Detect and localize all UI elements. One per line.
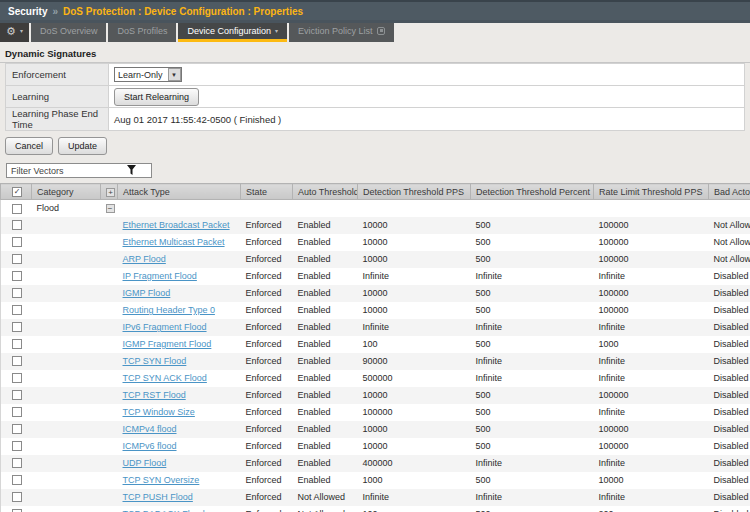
attack-type-link[interactable]: ICMPv4 flood [123,424,177,434]
row-checkbox[interactable] [12,390,22,400]
row-checkbox-cell [1,489,32,506]
detection-threshold-percent-cell: 500 [471,404,594,421]
row-checkbox[interactable] [12,339,22,349]
bad-actor-cell: Not Allowed [709,217,750,234]
attack-type-link[interactable]: TCP PUSH Flood [123,492,193,502]
row-checkbox[interactable] [12,237,22,247]
tab-dos-profiles[interactable]: DoS Profiles [108,23,176,42]
attack-type-link[interactable]: TCP RST Flood [123,390,186,400]
header-auto-threshold[interactable]: Auto Threshold [293,184,358,200]
attack-type-link[interactable]: TCP SYN Flood [123,356,187,366]
attack-type-link[interactable]: IGMP Flood [123,288,171,298]
header-category[interactable]: Category [32,184,101,200]
row-checkbox-cell [1,438,32,455]
settings-menu-button[interactable]: ⚙ ▾ [0,23,29,42]
row-category-cell [32,353,101,370]
table-row: IGMP Fragment Flood Enforced Enabled 100… [1,336,750,353]
cancel-button[interactable]: Cancel [5,137,53,155]
state-cell: Enforced [241,387,293,404]
detection-threshold-percent-cell: 500 [471,302,594,319]
category-checkbox[interactable] [12,204,22,214]
row-checkbox[interactable] [12,220,22,230]
row-checkbox[interactable] [12,356,22,366]
attack-type-link[interactable]: IPv6 Fragment Flood [123,322,207,332]
row-checkbox[interactable] [12,492,22,502]
expand-all-icon[interactable]: + [106,188,115,197]
attack-type-link[interactable]: Ethernet Broadcast Packet [123,220,230,230]
header-attack-type[interactable]: Attack Type [118,184,241,200]
attack-type-cell: TCP SYN Flood [118,353,241,370]
rate-limit-threshold-pps-cell: Infinite [594,319,709,336]
auto-threshold-cell: Enabled [293,319,358,336]
row-category-cell [32,489,101,506]
attack-type-link[interactable]: ARP Flood [123,254,166,264]
row-checkbox[interactable] [12,407,22,417]
tab-dos-overview[interactable]: DoS Overview [31,23,107,42]
detection-threshold-percent-cell: Infinite [471,319,594,336]
tab-eviction-policy-list[interactable]: Eviction Policy List [289,23,394,42]
form-actions: Cancel Update [5,137,750,155]
enforcement-label: Enforcement [6,64,109,86]
select-all-checkbox[interactable] [12,187,22,197]
bad-actor-cell: Disabled [709,421,750,438]
table-row: TCP SYN Oversize Enforced Enabled 1000 5… [1,472,750,489]
attack-type-link[interactable]: ICMPv6 flood [123,441,177,451]
enforcement-select[interactable]: Learn-Only ▼ [114,67,182,82]
start-relearning-button[interactable]: Start Relearning [114,88,199,106]
row-checkbox[interactable] [12,305,22,315]
detection-threshold-pps-cell: 500000 [358,370,471,387]
bad-actor-cell: Disabled [709,285,750,302]
phase-end-time-label: Learning Phase End Time [6,108,109,131]
tabbar: ⚙ ▾ DoS Overview DoS Profiles Device Con… [0,20,750,42]
filter-funnel-icon[interactable] [127,165,136,178]
rate-limit-threshold-pps-cell: 100000 [594,285,709,302]
update-button[interactable]: Update [58,137,107,155]
attack-type-cell: UDP Flood [118,455,241,472]
row-checkbox[interactable] [12,373,22,383]
attack-type-link[interactable]: Routing Header Type 0 [123,305,215,315]
row-checkbox-cell [1,217,32,234]
state-cell: Enforced [241,217,293,234]
state-cell: Enforced [241,268,293,285]
header-detection-threshold-percent[interactable]: Detection Threshold Percent [471,184,594,200]
chevron-down-icon: ▼ [168,68,181,81]
row-checkbox-cell [1,421,32,438]
attack-type-link[interactable]: TCP SYN Oversize [123,475,200,485]
popup-arrow [380,29,383,32]
collapse-icon[interactable]: − [106,204,115,213]
row-checkbox[interactable] [12,458,22,468]
attack-type-link[interactable]: TCP SYN ACK Flood [123,373,207,383]
header-state[interactable]: State [241,184,293,200]
table-header-row: Category + Attack Type State Auto Thresh… [1,184,750,200]
row-checkbox-cell [1,285,32,302]
row-checkbox[interactable] [12,322,22,332]
tab-device-configuration[interactable]: Device Configuration ▾ [178,23,287,42]
detection-threshold-pps-cell: 10000 [358,302,471,319]
auto-threshold-cell: Enabled [293,251,358,268]
bad-actor-cell: Disabled [709,302,750,319]
attack-type-link[interactable]: IGMP Fragment Flood [123,339,212,349]
auto-threshold-cell: Not Allowed [293,506,358,512]
row-checkbox[interactable] [12,441,22,451]
state-cell: Enforced [241,234,293,251]
row-checkbox[interactable] [12,475,22,485]
row-expand-cell [101,319,118,336]
header-bad-actor[interactable]: Bad Actor [709,184,750,200]
attack-type-link[interactable]: TCP Window Size [123,407,195,417]
header-rate-limit-threshold-pps[interactable]: Rate Limit Threshold PPS [594,184,709,200]
row-checkbox[interactable] [12,424,22,434]
table-row: IGMP Flood Enforced Enabled 10000 500 10… [1,285,750,302]
row-checkbox[interactable] [12,254,22,264]
attack-type-cell: Ethernet Multicast Packet [118,234,241,251]
attack-type-link[interactable]: Ethernet Multicast Packet [123,237,225,247]
row-checkbox[interactable] [12,271,22,281]
attack-type-link[interactable]: UDP Flood [123,458,167,468]
breadcrumb: DoS Protection : Device Configuration : … [63,6,303,17]
header-detection-threshold-pps[interactable]: Detection Threshold PPS [358,184,471,200]
auto-threshold-cell: Enabled [293,302,358,319]
row-checkbox-cell [1,234,32,251]
row-checkbox[interactable] [12,288,22,298]
row-checkbox-cell [1,455,32,472]
row-category-cell [32,285,101,302]
attack-type-link[interactable]: IP Fragment Flood [123,271,197,281]
